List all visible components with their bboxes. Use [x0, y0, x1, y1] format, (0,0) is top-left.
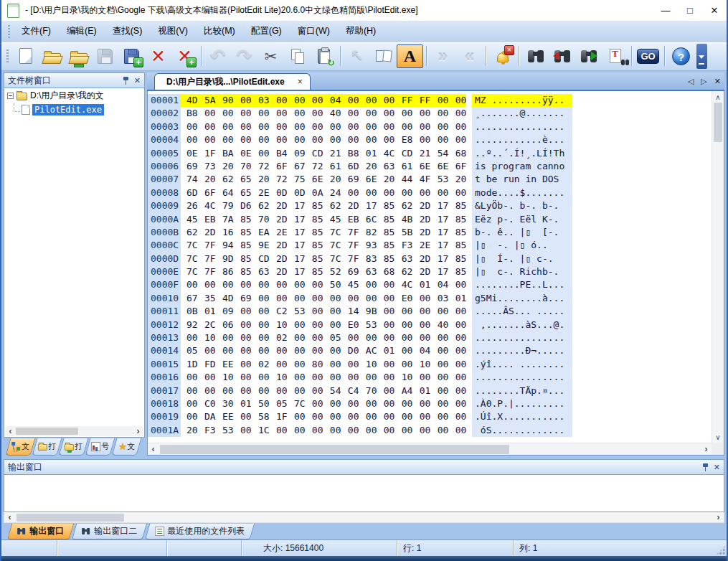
scroll-left-icon[interactable]: ‹: [5, 427, 16, 435]
scroll-down-icon[interactable]: ∨: [712, 431, 724, 443]
ascii-cell[interactable]: ,.......àS...@.: [472, 319, 572, 331]
hex-bytes-cell[interactable]: 6D 6F 64 65 2E 0D 0D 0A 24 00 00 00 00 0…: [181, 187, 466, 199]
menu-edit[interactable]: 编辑(E): [59, 22, 105, 41]
ascii-cell[interactable]: ¸.......@.......: [472, 107, 572, 120]
ascii-cell[interactable]: .À0.P.|.........: [472, 397, 572, 410]
close-panel-icon[interactable]: ✕: [134, 76, 141, 85]
output-tab-output-2[interactable]: 输出窗口二: [72, 524, 147, 539]
hex-bytes-cell[interactable]: 7C 7F 9D 85 CD 2D 17 85 7C 7F 83 85 63 2…: [181, 253, 466, 265]
hex-bytes-cell[interactable]: 00 10 00 00 00 02 00 00 05 00 00 00 00 0…: [181, 331, 466, 344]
find-prev-button[interactable]: [549, 44, 575, 68]
hex-bytes-cell[interactable]: 0B 01 09 00 00 C2 53 00 00 14 9B 00 00 0…: [181, 305, 466, 318]
save-all-button[interactable]: [118, 44, 145, 68]
document-tab[interactable]: D:\用户目录\我...\PilotEdit.exe ×: [154, 73, 311, 90]
scroll-right-icon[interactable]: ›: [133, 427, 143, 435]
close-panel-icon[interactable]: ✕: [714, 463, 720, 472]
goto-button[interactable]: GO: [635, 44, 661, 68]
hex-bytes-cell[interactable]: 7C 7F 86 85 63 2D 17 85 52 69 63 68 62 2…: [181, 265, 466, 278]
ascii-cell[interactable]: mode....$.......: [472, 187, 572, 199]
collapse-icon[interactable]: [7, 93, 14, 99]
close-all-button[interactable]: ✕: [171, 44, 198, 68]
hex-bytes-cell[interactable]: 00 00 00 00 00 00 00 00 50 45 00 00 4C 0…: [181, 278, 466, 291]
hex-bytes-cell[interactable]: 00 C0 30 01 50 05 7C 00 00 00 00 00 00 0…: [181, 397, 466, 410]
toolbar-overflow-button[interactable]: [696, 44, 707, 69]
scroll-thumb[interactable]: [160, 445, 509, 454]
sidebar-tab-file-tree[interactable]: 文: [6, 438, 36, 456]
hex-bytes-cell[interactable]: 00 00 00 00 00 00 00 00 00 00 00 00 00 0…: [181, 121, 466, 133]
tree-horizontal-scrollbar[interactable]: ‹ ›: [5, 426, 143, 436]
hex-bytes-cell[interactable]: 20 F3 53 00 1C 00 00 00 00 00 00 00 00 0…: [181, 424, 466, 437]
find-next-button[interactable]: [575, 44, 602, 68]
paste-button[interactable]: [311, 44, 337, 68]
sidebar-tab-favorites[interactable]: ★文: [112, 438, 142, 456]
tab-close-icon[interactable]: ×: [298, 77, 303, 87]
ascii-cell[interactable]: ................: [472, 371, 572, 384]
scroll-up-icon[interactable]: ∧: [712, 91, 724, 103]
hex-bytes-cell[interactable]: 92 2C 06 00 00 10 00 00 00 E0 53 00 00 0…: [181, 319, 466, 331]
hex-bytes-cell[interactable]: 00 00 00 00 00 00 00 00 54 C4 70 00 A4 0…: [181, 385, 466, 397]
cut-button[interactable]: ✂: [257, 44, 284, 68]
sidebar-tab-open-files[interactable]: 打: [32, 438, 62, 456]
ascii-cell[interactable]: Eëz p-. Eël K-.: [472, 213, 572, 226]
ascii-cell[interactable]: MZ .........ÿÿ..: [472, 94, 572, 107]
ascii-cell[interactable]: t be run in DOS: [472, 173, 572, 186]
hex-bytes-cell[interactable]: 45 EB 7A 85 70 2D 17 85 45 EB 6C 85 4B 2…: [181, 213, 466, 226]
find-button[interactable]: [522, 44, 549, 68]
ascii-cell[interactable]: .....ÂS... .....: [472, 305, 572, 318]
ascii-cell[interactable]: óS.............: [472, 424, 572, 437]
ascii-cell[interactable]: &LyÖb-. b-. b-.: [472, 199, 572, 212]
hex-bytes-cell[interactable]: 1D FD EE 00 02 00 00 80 00 00 10 00 00 1…: [181, 358, 466, 371]
alarm-button[interactable]: [489, 44, 516, 68]
open-ftp-button[interactable]: [65, 44, 92, 68]
scroll-thumb[interactable]: [16, 514, 124, 522]
menu-search[interactable]: 查找(S): [105, 22, 151, 41]
scroll-right-icon[interactable]: ›: [713, 513, 724, 522]
hex-bytes-cell[interactable]: B8 00 00 00 00 00 00 00 40 00 00 00 00 0…: [181, 107, 466, 120]
scroll-left-icon[interactable]: ‹: [148, 445, 159, 453]
hex-bytes-cell[interactable]: 05 00 00 00 00 00 00 00 00 D0 AC 01 00 0…: [181, 344, 466, 357]
close-window-button[interactable]: ✕: [702, 0, 727, 22]
menu-help[interactable]: 帮助(H): [338, 22, 384, 41]
maximize-button[interactable]: □: [678, 0, 702, 22]
scroll-left-icon[interactable]: ‹: [4, 513, 15, 522]
hex-editor[interactable]: 000014D 5A 90 00 03 00 00 00 04 00 00 00…: [147, 91, 724, 456]
ascii-cell[interactable]: ................: [472, 121, 572, 133]
scroll-thumb[interactable]: [714, 103, 722, 142]
output-tab-recent-files[interactable]: 最近使用的文件列表: [145, 524, 255, 539]
hex-bytes-cell[interactable]: 4D 5A 90 00 03 00 00 00 04 00 00 00 FF F…: [181, 94, 466, 107]
menu-file[interactable]: 文件(F): [14, 22, 59, 41]
hex-bytes-cell[interactable]: 00 DA EE 00 58 1F 00 00 00 00 00 00 00 0…: [181, 410, 466, 423]
vertical-scrollbar[interactable]: ∧ ∨: [712, 91, 724, 443]
hex-bytes-cell[interactable]: 26 4C 79 D6 62 2D 17 85 62 2D 17 85 62 2…: [181, 199, 466, 212]
tab-scroll-left-icon[interactable]: ◁: [688, 77, 694, 86]
ascii-cell[interactable]: .........Ð¬.....: [472, 344, 572, 357]
ascii-cell[interactable]: |▯ -. |▯ ó..: [472, 239, 572, 252]
ascii-cell[interactable]: ............è...: [472, 133, 572, 146]
ascii-cell[interactable]: ................: [472, 331, 572, 344]
sidebar-tab-ftp-files[interactable]: 打: [59, 438, 89, 456]
menu-compare[interactable]: 比较(M): [196, 22, 243, 41]
hex-bytes-cell[interactable]: 0E 1F BA 0E 00 B4 09 CD 21 B8 01 4C CD 2…: [181, 147, 466, 160]
tab-close-all-icon[interactable]: ✕: [714, 77, 721, 86]
output-tab-output-1[interactable]: 输出窗口: [7, 524, 74, 539]
tree-root-node[interactable]: D:\用户目录\我的文: [4, 88, 144, 103]
tree-file-node[interactable]: PilotEdit.exe: [4, 103, 144, 116]
ascii-cell[interactable]: ..º..´.Í!¸.LÍ!Th: [472, 147, 572, 160]
hex-mode-button[interactable]: A: [397, 44, 423, 68]
new-file-button[interactable]: [12, 44, 39, 68]
ascii-cell[interactable]: g5Mi........à...: [472, 292, 572, 305]
find-in-files-button[interactable]: T: [602, 44, 628, 68]
horizontal-scrollbar[interactable]: ‹ ›: [148, 443, 712, 455]
ascii-cell[interactable]: .Úî.X...........: [472, 410, 572, 423]
minimize-button[interactable]: —: [653, 0, 678, 22]
menu-view[interactable]: 视图(V): [150, 22, 196, 41]
ascii-cell[interactable]: is program canno: [472, 160, 572, 173]
ascii-cell[interactable]: b-. ê.. |▯ [-.: [472, 226, 572, 239]
hex-bytes-cell[interactable]: 00 00 10 00 00 10 00 00 00 00 00 00 10 0…: [181, 371, 466, 384]
compare-button[interactable]: [370, 44, 397, 68]
ascii-cell[interactable]: |▯ Í-. |▯ c-.: [472, 253, 572, 265]
hex-bytes-cell[interactable]: 67 35 4D 69 00 00 00 00 00 00 00 00 E0 0…: [181, 292, 466, 305]
sidebar-tab-outline[interactable]: 号: [85, 438, 115, 456]
menu-window[interactable]: 窗口(W): [290, 22, 338, 41]
pin-icon[interactable]: [702, 463, 709, 471]
